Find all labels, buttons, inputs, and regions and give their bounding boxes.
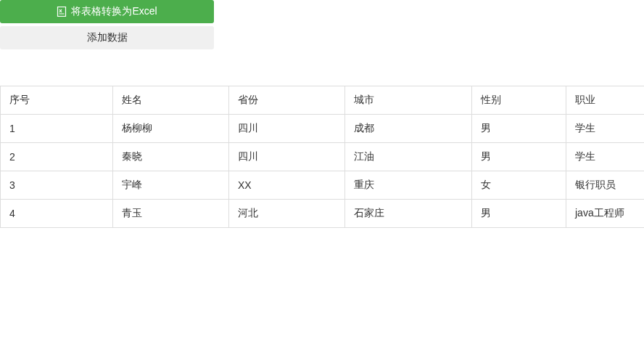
toolbar: 将表格转换为Excel 添加数据 [0, 0, 644, 49]
table-header-cell: 职业 [566, 86, 645, 115]
table-cell: 重庆 [345, 171, 472, 200]
table-cell: 杨柳柳 [113, 115, 229, 143]
table-cell: 河北 [229, 200, 345, 228]
table-cell: 石家庄 [345, 200, 472, 228]
table-header-row: 序号 姓名 省份 城市 性别 职业 [1, 86, 645, 115]
table-row: 4 青玉 河北 石家庄 男 java工程师 [1, 200, 645, 228]
export-excel-label: 将表格转换为Excel [71, 5, 157, 18]
table-cell: 青玉 [113, 200, 229, 228]
table-cell: 男 [472, 115, 566, 143]
table-cell: 4 [1, 200, 113, 228]
table-cell: 3 [1, 171, 113, 200]
export-excel-button[interactable]: 将表格转换为Excel [0, 0, 214, 23]
table-cell: 四川 [229, 143, 345, 171]
table-cell: 银行职员 [566, 171, 645, 200]
table-cell: 成都 [345, 115, 472, 143]
table-cell: 学生 [566, 143, 645, 171]
table-cell: 江油 [345, 143, 472, 171]
table-header-cell: 序号 [1, 86, 113, 115]
table-cell: 学生 [566, 115, 645, 143]
table-cell: java工程师 [566, 200, 645, 228]
table-cell: 1 [1, 115, 113, 143]
excel-file-icon [57, 7, 67, 17]
table-cell: 女 [472, 171, 566, 200]
table-cell: 男 [472, 143, 566, 171]
table-row: 2 秦晓 四川 江油 男 学生 [1, 143, 645, 171]
add-data-label: 添加数据 [87, 31, 128, 44]
add-data-button[interactable]: 添加数据 [0, 26, 214, 49]
table-cell: 宇峰 [113, 171, 229, 200]
table-row: 3 宇峰 XX 重庆 女 银行职员 [1, 171, 645, 200]
table-cell: 2 [1, 143, 113, 171]
table-header-cell: 城市 [345, 86, 472, 115]
table-cell: 男 [472, 200, 566, 228]
table-row: 1 杨柳柳 四川 成都 男 学生 [1, 115, 645, 143]
table-header-cell: 姓名 [113, 86, 229, 115]
table-header-cell: 省份 [229, 86, 345, 115]
table-cell: 秦晓 [113, 143, 229, 171]
table-container: 序号 姓名 省份 城市 性别 职业 1 杨柳柳 四川 成都 男 学生 2 秦晓 … [0, 86, 644, 228]
table-header-cell: 性别 [472, 86, 566, 115]
table-cell: 四川 [229, 115, 345, 143]
table-cell: XX [229, 171, 345, 200]
data-table: 序号 姓名 省份 城市 性别 职业 1 杨柳柳 四川 成都 男 学生 2 秦晓 … [0, 86, 644, 228]
